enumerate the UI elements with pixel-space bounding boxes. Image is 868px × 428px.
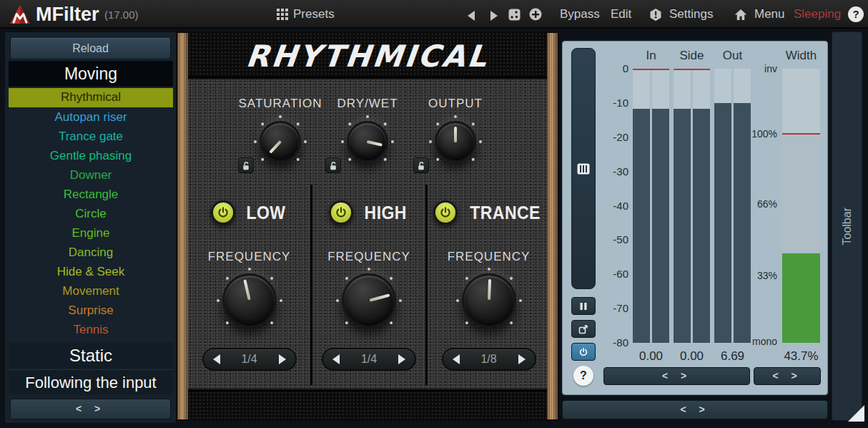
lock-icon[interactable] — [325, 157, 341, 173]
toolbar-strip[interactable]: Toolbar — [832, 31, 862, 421]
rate-next-icon[interactable] — [279, 354, 286, 364]
preset-item[interactable]: Hide & Seek — [9, 262, 173, 281]
trance-power-button[interactable] — [433, 200, 458, 225]
meter-header-in: In — [633, 49, 669, 62]
knob-pointer — [463, 275, 514, 326]
meter-side-right-fill — [693, 109, 710, 343]
warning-hexagon-icon[interactable] — [649, 8, 662, 21]
meter-in — [633, 69, 669, 343]
preset-item[interactable]: Circle — [9, 204, 173, 223]
width-scale-label: 33% — [740, 270, 777, 282]
presets-button[interactable]: Presets — [293, 0, 335, 29]
high-frequency-knob[interactable] — [342, 273, 396, 328]
meter-panel: ? 0 -10 -20 -30 -40 -50 -60 -70 -80 In S… — [562, 41, 828, 395]
menu-button[interactable]: Menu — [754, 0, 785, 29]
width-hscrollbar[interactable]: < > — [754, 367, 821, 385]
knob-tick-dots — [429, 115, 482, 168]
high-power-button[interactable] — [329, 200, 353, 225]
preset-item[interactable]: Tennis — [9, 320, 173, 339]
next-preset-icon[interactable] — [488, 9, 500, 22]
preset-item-selected[interactable]: Rhythmical — [9, 88, 173, 107]
trance-frequency-knob[interactable] — [462, 273, 516, 328]
db-tick: -60 — [591, 268, 628, 281]
melda-logo-icon — [9, 4, 31, 27]
meter-side-peak — [674, 69, 710, 70]
toolbar-label: Toolbar — [841, 208, 854, 245]
low-rate-selector[interactable]: 1/4 — [202, 348, 297, 371]
meter-help-button[interactable]: ? — [573, 366, 593, 386]
group-header-following[interactable]: Following the input — [9, 369, 173, 395]
meter-width-value: 43.7% — [781, 349, 822, 363]
reload-button[interactable]: Reload — [10, 38, 171, 59]
edit-button[interactable]: Edit — [611, 0, 631, 29]
preset-item[interactable]: Downer — [9, 165, 173, 185]
trance-rate-value: 1/8 — [480, 353, 496, 365]
knob-tick-dots — [254, 115, 307, 168]
high-rate-selector[interactable]: 1/4 — [322, 348, 416, 371]
knob-pointer — [338, 270, 400, 331]
preset-item[interactable]: Rectangle — [9, 185, 173, 204]
low-frequency-knob[interactable] — [222, 273, 277, 328]
home-icon[interactable] — [734, 8, 747, 21]
help-button[interactable]: ? — [848, 6, 864, 22]
knob-pointer — [254, 115, 306, 167]
add-preset-icon[interactable] — [529, 8, 542, 21]
output-label: OUTPUT — [398, 96, 513, 112]
low-rate-value: 1/4 — [241, 353, 257, 365]
group-header-moving[interactable]: Moving — [9, 61, 173, 87]
meter-header-out: Out — [714, 49, 751, 62]
rate-next-icon[interactable] — [398, 354, 405, 364]
bypass-button[interactable]: Bypass — [560, 0, 600, 29]
width-upper-region — [782, 69, 820, 133]
plugin-window: MFilter (17.00) Presets Bypass Edit — [0, 0, 868, 428]
db-tick: -20 — [591, 131, 628, 144]
width-scale-label: 100% — [740, 128, 777, 140]
trance-rate-selector[interactable]: 1/8 — [442, 348, 536, 371]
rate-prev-icon[interactable] — [453, 354, 460, 364]
grille-band-top: RHYTHMICAL — [188, 33, 547, 78]
meter-out-left-fill — [714, 103, 731, 343]
preset-item[interactable]: Autopan riser — [9, 107, 173, 127]
low-label: LOW — [246, 203, 285, 223]
low-power-button[interactable] — [211, 200, 235, 225]
preset-item[interactable]: Surprise — [9, 301, 173, 320]
random-preset-dice-icon[interactable] — [508, 8, 521, 21]
db-tick: -30 — [591, 165, 628, 178]
width-scale-label: inv — [740, 63, 777, 75]
preset-item[interactable]: Gentle phasing — [9, 146, 173, 165]
prev-preset-icon[interactable] — [465, 9, 478, 22]
preset-item[interactable]: Dancing — [9, 243, 173, 262]
output-knob[interactable] — [435, 121, 476, 162]
rate-prev-icon[interactable] — [332, 354, 340, 364]
lock-icon[interactable] — [238, 157, 254, 173]
lock-icon[interactable] — [413, 157, 429, 173]
trance-frequency-label: FREQUENCY — [428, 249, 550, 265]
low-frequency-label: FREQUENCY — [188, 249, 310, 265]
meter-in-value: 0.00 — [633, 349, 669, 363]
preset-item[interactable]: Engine — [9, 223, 173, 243]
knob-tick-dots — [341, 115, 394, 168]
meter-popout-button[interactable] — [571, 320, 596, 338]
presets-grid-icon[interactable] — [276, 8, 289, 21]
rate-next-icon[interactable] — [518, 354, 526, 364]
knob-tick-dots — [336, 268, 402, 334]
drywet-knob[interactable] — [347, 121, 388, 162]
meter-side-left-fill — [674, 109, 691, 343]
section-trance: TRANCE FREQUENCY 1/8 — [428, 185, 550, 399]
resize-handle[interactable] — [848, 405, 864, 422]
db-tick: -70 — [591, 302, 628, 315]
meter-hscrollbar[interactable]: < > — [603, 367, 750, 385]
trance-label: TRANCE — [470, 203, 541, 223]
panel-hscrollbar[interactable]: < > — [562, 400, 828, 419]
preset-item[interactable]: Trance gate — [9, 127, 173, 146]
preset-item[interactable]: Movement — [9, 281, 173, 301]
group-header-static[interactable]: Static — [9, 342, 173, 369]
top-bar: MFilter (17.00) Presets Bypass Edit — [0, 0, 868, 29]
meter-width-fill — [782, 253, 820, 343]
rate-prev-icon[interactable] — [213, 354, 220, 364]
saturation-knob[interactable] — [260, 121, 301, 162]
preset-list: Rhythmical Autopan riser Trance gate Gen… — [9, 88, 173, 339]
sidebar-hscrollbar[interactable]: < > — [10, 399, 171, 419]
settings-button[interactable]: Settings — [669, 0, 713, 29]
sleeping-indicator[interactable]: Sleeping — [794, 0, 841, 29]
